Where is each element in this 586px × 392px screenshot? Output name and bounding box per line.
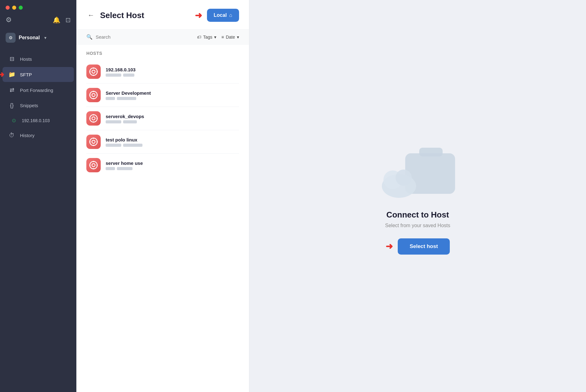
sidebar: ⚙ 🔔 ⊡ ⚙ Personal ▾ ⊟ Hosts 📁 SFTP ➜ ⇄	[0, 0, 76, 392]
close-traffic-light[interactable]	[6, 6, 10, 10]
traffic-lights	[0, 0, 76, 13]
svg-point-19	[92, 140, 95, 143]
host-sub	[106, 120, 239, 123]
search-left: 🔍	[86, 34, 197, 40]
connect-title: Connect to Host	[387, 210, 449, 220]
sort-icon: ≡	[221, 35, 224, 40]
svg-rect-31	[419, 148, 443, 156]
host-item[interactable]: 192.168.0.103	[86, 60, 239, 84]
sidebar-item-sftp[interactable]: 📁 SFTP	[2, 67, 74, 82]
search-input[interactable]	[96, 34, 158, 40]
hosts-section-title: Hosts	[86, 51, 239, 56]
connect-widget: Connect to Host Select from your saved H…	[377, 138, 458, 255]
sidebar-item-history[interactable]: ⏱ History	[2, 128, 74, 143]
svg-point-34	[396, 170, 412, 186]
maximize-traffic-light[interactable]	[19, 6, 23, 10]
svg-point-6	[90, 91, 97, 99]
host-info: test polo linux	[106, 137, 239, 147]
svg-point-28	[89, 165, 91, 166]
svg-point-4	[89, 71, 91, 72]
terminal-icon[interactable]: ⊡	[65, 16, 71, 24]
workspace-icon: ⚙	[6, 33, 16, 43]
search-icon: 🔍	[86, 34, 93, 40]
host-sub-detail	[106, 74, 121, 77]
host-sub-detail	[106, 120, 121, 123]
host-name: serverok_devops	[106, 114, 239, 119]
workspace-caret-icon: ▾	[44, 35, 46, 40]
svg-point-22	[89, 141, 91, 142]
sidebar-item-snippets[interactable]: {} Snippets	[2, 98, 74, 113]
svg-point-9	[93, 98, 94, 99]
panel-header: ← Select Host ➜ Local ⌂	[76, 0, 249, 30]
port-forwarding-icon: ⇄	[8, 87, 16, 93]
tags-filter-button[interactable]: 🏷 Tags ▾	[197, 35, 217, 40]
host-item[interactable]: test polo linux	[86, 130, 239, 154]
host-sub	[106, 144, 239, 147]
host-sub	[106, 167, 239, 170]
svg-point-21	[93, 145, 94, 146]
page-title: Select Host	[100, 11, 144, 20]
sidebar-item-label: History	[20, 133, 35, 138]
svg-point-24	[90, 161, 97, 169]
select-host-button[interactable]: Select host	[398, 238, 450, 255]
svg-point-29	[97, 165, 98, 166]
host-list: Hosts 192.168.0.103	[76, 45, 249, 392]
svg-point-16	[89, 118, 91, 119]
back-button[interactable]: ←	[86, 10, 96, 21]
minimize-traffic-light[interactable]	[12, 6, 16, 10]
svg-point-5	[97, 71, 98, 72]
workspace-name: Personal	[19, 35, 40, 41]
host-item[interactable]: serverok_devops	[86, 107, 239, 130]
svg-point-14	[93, 114, 94, 116]
sidebar-nav: ⊟ Hosts 📁 SFTP ➜ ⇄ Port Forwarding {} Sn…	[0, 48, 76, 392]
gear-icon[interactable]: ⚙	[6, 16, 12, 24]
host-sub-detail	[106, 144, 121, 147]
history-icon: ⏱	[8, 132, 16, 139]
date-filter-button[interactable]: ≡ Date ▾	[221, 35, 239, 40]
svg-point-10	[89, 94, 91, 96]
host-name: test polo linux	[106, 137, 239, 142]
tags-label: Tags	[203, 35, 213, 40]
svg-point-25	[92, 164, 95, 167]
tag-icon: 🏷	[197, 35, 201, 40]
sidebar-item-label: Hosts	[20, 56, 32, 62]
svg-point-18	[90, 138, 97, 146]
host-sub	[106, 74, 239, 77]
connect-button-row: ➜ Select host	[386, 238, 450, 255]
date-caret-icon: ▾	[237, 35, 239, 40]
host-info: Server Development	[106, 90, 239, 100]
bell-icon[interactable]: 🔔	[53, 16, 60, 24]
sidebar-item-label: 192.168.0.103	[22, 118, 50, 123]
local-button-label: Local	[214, 12, 227, 18]
workspace-selector[interactable]: ⚙ Personal ▾	[0, 30, 76, 48]
panel-header-left: ← Select Host	[86, 10, 144, 21]
host-item[interactable]: server home use	[86, 154, 239, 177]
folder-illustration	[377, 138, 458, 200]
sftp-icon: 📁	[8, 71, 16, 78]
svg-point-12	[90, 115, 97, 122]
svg-point-1	[92, 70, 95, 73]
sidebar-item-hosts[interactable]: ⊟ Hosts	[2, 51, 74, 66]
local-button[interactable]: Local ⌂	[207, 9, 239, 22]
svg-point-27	[93, 168, 94, 170]
sidebar-item-port-forwarding[interactable]: ⇄ Port Forwarding	[2, 83, 74, 98]
header-arrow-wrap: ➜ Local ⌂	[195, 9, 239, 22]
select-host-arrow-indicator: ➜	[386, 241, 393, 251]
host-info: serverok_devops	[106, 114, 239, 123]
svg-point-11	[97, 94, 98, 96]
search-bar: 🔍 🏷 Tags ▾ ≡ Date ▾	[76, 30, 249, 45]
svg-point-2	[93, 68, 94, 69]
svg-point-8	[93, 91, 94, 92]
host-192-icon: ⊙	[10, 117, 17, 123]
search-filters: 🏷 Tags ▾ ≡ Date ▾	[197, 35, 239, 40]
sidebar-item-host-192[interactable]: ⊙ 192.168.0.103	[2, 113, 74, 127]
host-item[interactable]: Server Development	[86, 84, 239, 107]
svg-point-0	[90, 68, 97, 75]
header-arrow-indicator: ➜	[195, 10, 202, 21]
host-name: Server Development	[106, 90, 239, 96]
sidebar-top-icons: ⚙ 🔔 ⊡	[0, 13, 76, 30]
svg-point-3	[93, 75, 94, 76]
host-sub-detail2	[123, 144, 142, 147]
hosts-icon: ⊟	[8, 55, 16, 62]
left-panel: ← Select Host ➜ Local ⌂ 🔍 🏷 Tags	[76, 0, 249, 392]
